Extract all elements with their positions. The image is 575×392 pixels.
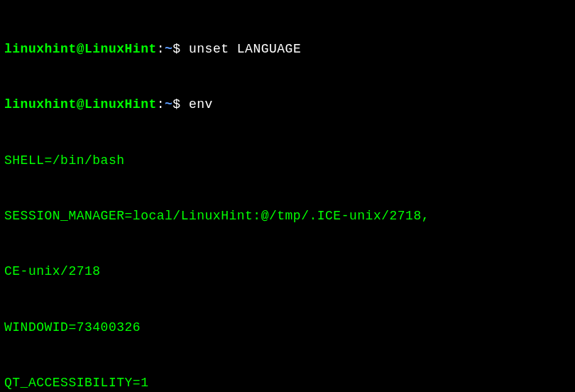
prompt-path: ~ <box>165 42 172 56</box>
prompt-user: linuxhint@LinuxHint <box>4 42 157 56</box>
env-var-line: CE-unix/2718 <box>4 262 571 281</box>
command-2: env <box>189 97 213 111</box>
env-var-line: WINDOWID=73400326 <box>4 318 571 337</box>
prompt-sep: : <box>157 42 165 56</box>
prompt-path: ~ <box>165 97 172 111</box>
env-var-line: QT_ACCESSIBILITY=1 <box>4 374 571 392</box>
prompt-line-1: linuxhint@LinuxHint:~$ unset LANGUAGE <box>4 40 571 58</box>
env-var-line: SHELL=/bin/bash <box>4 151 571 170</box>
prompt-sep: : <box>157 97 165 111</box>
prompt-user: linuxhint@LinuxHint <box>4 97 157 111</box>
env-var-line: SESSION_MANAGER=local/LinuxHint:@/tmp/.I… <box>4 207 571 225</box>
prompt-line-2: linuxhint@LinuxHint:~$ env <box>4 95 571 114</box>
terminal-output[interactable]: linuxhint@LinuxHint:~$ unset LANGUAGE li… <box>4 3 571 392</box>
command-1: unset LANGUAGE <box>189 42 301 56</box>
prompt-dollar: $ <box>172 42 180 56</box>
prompt-dollar: $ <box>172 97 180 111</box>
